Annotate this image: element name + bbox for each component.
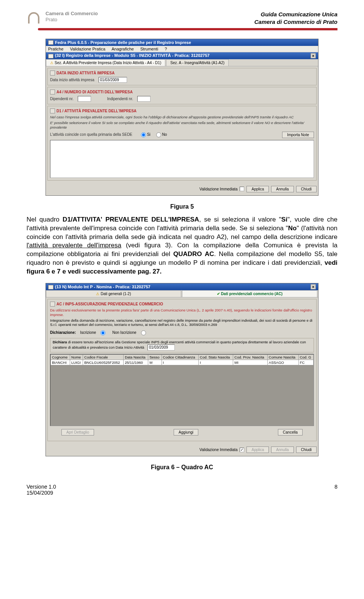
- pin-icon[interactable]: [50, 108, 55, 113]
- panel-data-inizio: DATA INIZIO ATTIVITÀ IMPRESA Data inizio…: [47, 68, 317, 85]
- pin-icon[interactable]: [50, 71, 55, 75]
- doc-icon: [48, 54, 53, 58]
- header-right-line1: Guida Comunicazione Unica: [254, 11, 337, 18]
- footer-page: 8: [334, 484, 337, 496]
- pin-icon[interactable]: [50, 90, 55, 94]
- red-note: Da utilizzarsi esclusivamente se la pres…: [50, 308, 314, 317]
- label-dipendenti: Dipendenti nr.: [50, 97, 74, 101]
- black-note: Integrazione della domanda di iscrizione…: [50, 318, 314, 327]
- bottom-bar: Validazione Immediata ✓ Applica Annulla …: [46, 444, 318, 456]
- descrizione-textarea[interactable]: [50, 140, 314, 178]
- panel-title: DATA INIZIO ATTIVITÀ IMPRESA: [56, 71, 115, 75]
- sub-title-text: (32 I) Registro della Imprese - Modulo S…: [55, 53, 210, 58]
- table-header-row: Cognome Nome Codice Fiscale Data Nascita…: [51, 355, 314, 360]
- importa-note-button[interactable]: Importa Note: [282, 132, 314, 138]
- sub-window-title: (32 I) Registro della Imprese - Modulo S…: [46, 52, 318, 59]
- aggiungi-button[interactable]: Aggiungi: [174, 429, 198, 435]
- tab-strip: Sez. A Attività Prevalente Impresa (Data…: [46, 59, 318, 66]
- annulla-button[interactable]: Annulla: [271, 446, 293, 453]
- tab-sez-a-insegna[interactable]: Sez. A - Insegna/Attività (A1-A2): [166, 59, 229, 66]
- tab-dati-previdenziali[interactable]: Dati previdenziali commercio (AC): [182, 290, 317, 297]
- annulla-button[interactable]: Annulla: [271, 186, 293, 192]
- data-grid[interactable]: Cognome Nome Codice Fiscale Data Nascita…: [50, 354, 314, 426]
- input-data-inizio[interactable]: 01/03/2009: [99, 77, 127, 83]
- label-non-iscrizione: Non Iscrizione: [112, 330, 136, 335]
- header-right-line2: Camera di Commercio di Prato: [254, 18, 337, 26]
- label-no: No: [162, 132, 167, 137]
- menu-help[interactable]: ?: [165, 47, 167, 51]
- coincide-prompt: L'attività coincide con quella primaria …: [50, 132, 132, 137]
- menu-validazione[interactable]: Validazione Pratica: [70, 47, 105, 51]
- label-dichiara: Dichiara: [53, 340, 67, 344]
- tab-dati-generali[interactable]: Dati generali (1-2): [46, 290, 181, 297]
- page-header: Camera di Commercio Prato Guida Comunica…: [27, 11, 337, 28]
- label-si: Si: [147, 132, 151, 137]
- doc-icon: [48, 285, 53, 289]
- note-si-no: E' possibile selezionare il valore SI so…: [50, 121, 314, 130]
- cancella-button[interactable]: Cancella: [278, 429, 303, 435]
- input-indipendenti[interactable]: [137, 96, 151, 102]
- panel-addetti: A4 / NUMERO DI ADDETTI DELL'IMPRESA Dipe…: [47, 87, 317, 104]
- applica-button[interactable]: Applica: [246, 186, 269, 192]
- tab-sez-a-prevalente[interactable]: Sez. A Attività Prevalente Impresa (Data…: [46, 59, 165, 66]
- page-footer: Versione 1.0 15/04/2009 8: [27, 476, 337, 496]
- text-dichiara: di essere tenuto all'iscrizione alla Ges…: [53, 340, 306, 349]
- screenshot-figura-5: Fedra Plus 6.0.5 - Preparazione delle pr…: [46, 39, 318, 196]
- panel-title: D1 / ATTIVITÀ PREVALENTE DELL'IMPRESA: [56, 109, 136, 113]
- label-dichiarazione: Dichiarazione:: [50, 330, 76, 335]
- logo-line1: Camera di Commercio: [46, 11, 98, 17]
- menu-strumenti[interactable]: Strumenti: [140, 47, 158, 51]
- sub-window-title: (13 N) Modulo Int P - Nomina - Pratica: …: [46, 283, 318, 290]
- label-validazione: Validazione Immediata: [199, 187, 237, 191]
- sub-title-text: (13 N) Modulo Int P - Nomina - Pratica: …: [55, 285, 151, 289]
- menu-anagrafiche[interactable]: Anagrafiche: [111, 47, 134, 51]
- label-validazione: Validazione Immediata: [199, 448, 237, 452]
- label-data-inizio: Data inizio attività impresa: [50, 78, 94, 82]
- table-row[interactable]: BIANCHI LUIGI BNCLGU60S25F2052 25/11/196…: [51, 360, 314, 365]
- radio-non-iscrizione[interactable]: [141, 330, 146, 335]
- note-inps: Nel caso l'impresa svolga attività comme…: [50, 115, 314, 119]
- app-icon: [48, 40, 53, 45]
- footer-version: Versione 1.0: [27, 484, 56, 490]
- logo: Camera di Commercio Prato: [27, 11, 98, 28]
- tab-strip: Dati generali (1-2) Dati previdenziali c…: [46, 290, 318, 297]
- caption-figura-6: Figura 6 – Quadro AC: [27, 464, 337, 471]
- radio-iscrizione[interactable]: [100, 330, 105, 335]
- checkbox-validazione[interactable]: [240, 187, 244, 191]
- panel-ac-inps: AC / INPS-ASSICURAZIONE PREVIDENZIALE CO…: [47, 299, 317, 441]
- header-underline: [38, 28, 337, 30]
- label-iscrizione: Iscrizione: [80, 330, 96, 335]
- logo-arch-icon: [27, 11, 42, 28]
- panel-title: AC / INPS-ASSICURAZIONE PREVIDENZIALE CO…: [56, 302, 163, 306]
- chiudi-button[interactable]: Chiudi: [296, 186, 317, 192]
- logo-line2: Prato: [46, 17, 98, 23]
- title-text: Fedra Plus 6.0.5 - Preparazione delle pr…: [55, 40, 191, 45]
- pin-icon[interactable]: [50, 302, 55, 307]
- close-icon[interactable]: ×: [311, 53, 316, 58]
- header-right: Guida Comunicazione Unica Camera di Comm…: [254, 11, 337, 25]
- panel-title: A4 / NUMERO DI ADDETTI DELL'IMPRESA: [56, 90, 133, 94]
- label-indipendenti: Indipendenti nr.: [107, 97, 133, 101]
- bottom-bar: Validazione Immediata Applica Annulla Ch…: [46, 184, 318, 195]
- menu-pratiche[interactable]: Pratiche: [48, 47, 63, 51]
- apri-dettaglio-button[interactable]: Apri Dettaglio: [61, 429, 94, 435]
- body-paragraph: Nel quadro D1/ATTIVITA' PREVALENTE DELL'…: [27, 215, 337, 277]
- window-title: Fedra Plus 6.0.5 - Preparazione delle pr…: [46, 39, 318, 46]
- panel-d1-attivita: D1 / ATTIVITÀ PREVALENTE DELL'IMPRESA Ne…: [47, 106, 317, 181]
- menu-bar: Pratiche Validazione Pratica Anagrafiche…: [46, 46, 318, 52]
- input-data-inizio-attivita[interactable]: 01/03/2009: [147, 344, 175, 351]
- caption-figura-5: Figura 5: [27, 203, 337, 210]
- close-icon[interactable]: ×: [311, 284, 316, 289]
- radio-si[interactable]: [141, 132, 146, 137]
- applica-button[interactable]: Applica: [246, 446, 269, 453]
- footer-date: 15/04/2009: [27, 490, 56, 496]
- radio-no[interactable]: [156, 132, 161, 137]
- chiudi-button[interactable]: Chiudi: [296, 446, 317, 453]
- input-dipendenti[interactable]: [78, 96, 91, 102]
- screenshot-figura-6: (13 N) Modulo Int P - Nomina - Pratica: …: [46, 283, 318, 456]
- checkbox-validazione[interactable]: ✓: [240, 448, 244, 452]
